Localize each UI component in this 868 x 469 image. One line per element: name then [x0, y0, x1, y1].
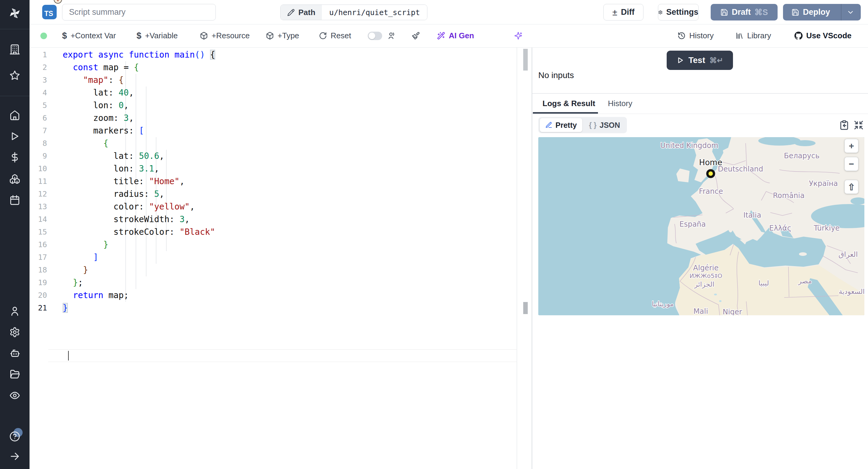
code-line[interactable]: strokeColor: "Black"	[63, 226, 215, 239]
code-line[interactable]: zoom: 3,	[63, 112, 215, 124]
format-button paintbrush-icon[interactable]	[412, 24, 420, 47]
wand-icon	[437, 32, 445, 40]
sidebar-item-favorites star-icon[interactable]	[9, 70, 20, 81]
code-line[interactable]: radius: 5,	[63, 188, 215, 200]
code-line[interactable]: markers: [	[63, 124, 215, 137]
map-country-label: العراق	[838, 250, 858, 259]
settings-button[interactable]: Settings	[658, 4, 699, 21]
active-tab-underline	[533, 112, 598, 114]
sidebar-item-folders folder-icon[interactable]	[9, 369, 20, 380]
result-map[interactable]: United KingdomБеларусьDeutschlandУкраїна…	[538, 137, 864, 315]
map-zoom-out-button[interactable]: −	[844, 157, 858, 171]
code-line[interactable]: strokeWidth: 3,	[63, 213, 215, 226]
gear-icon	[658, 8, 662, 16]
reset-button[interactable]: Reset	[319, 24, 351, 47]
sidebar-item-workers robot-icon[interactable]	[9, 348, 20, 359]
map-country-label: السعودية	[839, 287, 864, 296]
diff-button[interactable]: ± Diff	[603, 4, 644, 21]
use-vscode-button[interactable]: Use VScode	[795, 24, 851, 47]
code-line[interactable]: lat: 40,	[63, 87, 215, 99]
copy-result-button clipboard-icon[interactable]	[839, 120, 849, 130]
tab-history[interactable]: History	[608, 93, 632, 113]
ai-gen-button[interactable]: AI Gen	[437, 24, 474, 47]
code-line[interactable]: {	[63, 137, 215, 150]
view-mode-pretty[interactable]: Pretty	[540, 118, 582, 132]
sidebar-item-runs play-icon[interactable]	[9, 131, 20, 142]
add-variable-button[interactable]: $ +Variable	[136, 24, 178, 47]
test-button[interactable]: Test ⌘↵	[667, 51, 733, 70]
map-zoom-in-button[interactable]: +	[844, 139, 858, 153]
code-editor[interactable]: 123456789101112131415161718192021 export…	[30, 48, 532, 469]
deploy-main[interactable]: Deploy	[784, 4, 837, 21]
sidebar-item-settings gear-icon[interactable]	[9, 327, 20, 338]
path-field[interactable]: Path u/henri/quiet_script	[280, 4, 427, 20]
sidebar-item-workspace building-icon[interactable]	[9, 44, 20, 55]
line-number: 11	[30, 175, 47, 188]
sidebar-item-audit eye-icon[interactable]	[9, 390, 20, 401]
add-resource-button[interactable]: +Resource	[200, 24, 250, 47]
add-context-var-button[interactable]: $ +Context Var	[62, 24, 116, 47]
history-button[interactable]: History	[678, 24, 714, 47]
code-line[interactable]: ]	[63, 251, 215, 264]
sidebar-expand arrow-right-icon[interactable]	[9, 451, 20, 462]
line-number: 3	[30, 74, 47, 87]
sidebar-item-help help-icon[interactable]	[9, 431, 20, 442]
editor-scrollbar-thumb[interactable]	[523, 49, 528, 70]
code-line[interactable]: lon: 3.1,	[63, 162, 215, 175]
map-country-label: Niger	[723, 308, 742, 315]
library-button[interactable]: Library	[735, 24, 771, 47]
code-content[interactable]: export async function main() { const map…	[63, 49, 215, 314]
code-line[interactable]: }	[63, 264, 215, 276]
map-country-label: France	[699, 187, 723, 196]
map-country-label: España	[679, 220, 706, 228]
line-number: 16	[30, 239, 47, 251]
sidebar-item-resources boxes-icon[interactable]	[9, 174, 20, 184]
line-number: 14	[30, 213, 47, 226]
collab-toggle[interactable]	[368, 32, 382, 40]
draft-button[interactable]: Draft ⌘S	[711, 4, 778, 21]
code-line[interactable]: return map;	[63, 289, 215, 302]
code-line[interactable]: }	[63, 239, 215, 251]
deploy-dropdown[interactable]	[841, 4, 860, 21]
line-number: 13	[30, 200, 47, 213]
map-marker-home[interactable]	[707, 170, 714, 177]
sidebar-item-home home-icon[interactable]	[9, 110, 20, 121]
add-type-button[interactable]: +Type	[266, 24, 299, 47]
code-line[interactable]: lat: 50.6,	[63, 150, 215, 162]
sidebar-item-variables dollar-icon[interactable]	[9, 152, 20, 163]
sidebar-item-schedules calendar-icon[interactable]	[9, 195, 20, 206]
map-country-label: Беларусь	[784, 152, 819, 160]
library-label: Library	[747, 31, 771, 40]
code-line[interactable]: };	[63, 276, 215, 289]
summary-input[interactable]	[62, 4, 216, 21]
refresh-icon	[319, 32, 327, 40]
sidebar-item-users user-icon[interactable]	[9, 306, 20, 316]
deploy-button[interactable]: Deploy	[783, 4, 861, 21]
expand-result-button expand-icon[interactable]	[854, 120, 864, 130]
text-cursor	[68, 351, 69, 361]
ai-sparkles-button sparkles-icon[interactable]	[514, 24, 522, 47]
pencil-icon	[287, 9, 295, 16]
use-vscode-label: Use VScode	[806, 31, 851, 40]
windmill-logo-icon[interactable]	[9, 8, 20, 19]
map-country-label: Ελλάς	[769, 224, 791, 232]
code-line[interactable]: const map = {	[63, 61, 215, 74]
line-number: 1	[30, 49, 47, 61]
code-line[interactable]: export async function main() {	[63, 49, 215, 61]
map-country-label: România	[773, 191, 805, 200]
braces-icon: { }	[589, 121, 596, 129]
code-line[interactable]: }	[63, 302, 215, 314]
sidebar-divider	[0, 96, 30, 96]
result-tabs: Logs & Result History	[532, 93, 868, 114]
map-country-label: United Kingdom	[660, 142, 718, 150]
collaborators-button users-icon[interactable]	[388, 24, 396, 47]
line-number: 8	[30, 137, 47, 150]
code-line[interactable]: color: "yellow",	[63, 200, 215, 213]
view-mode-json[interactable]: { } JSON	[584, 118, 625, 132]
test-label: Test	[688, 56, 705, 65]
tab-logs-result[interactable]: Logs & Result	[542, 93, 595, 113]
code-line[interactable]: lon: 0,	[63, 99, 215, 112]
code-line[interactable]: title: "Home",	[63, 175, 215, 188]
map-fit-extent-button[interactable]: ⇧	[844, 180, 858, 194]
code-line[interactable]: "map": {	[63, 74, 215, 87]
